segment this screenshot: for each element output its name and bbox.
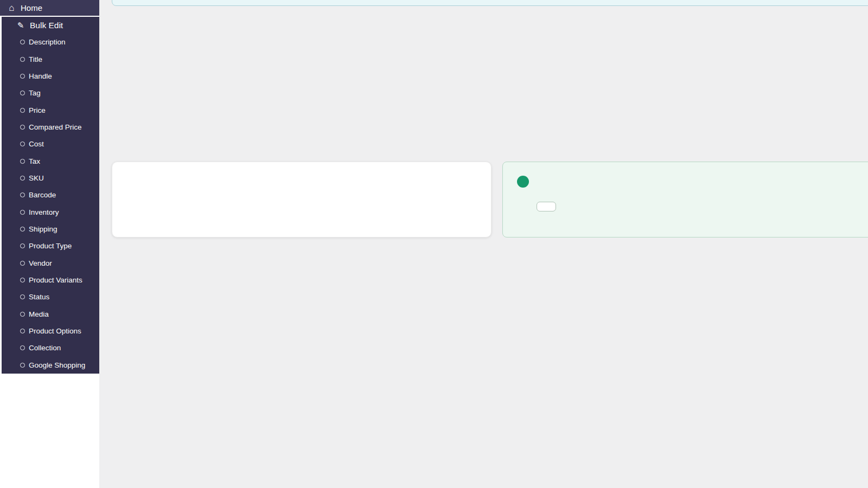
circle-icon [20,125,25,130]
sidebar-group: ✎ Bulk Edit Description Title Handle Tag… [2,17,99,374]
sidebar-item-cost[interactable]: Cost [2,136,99,152]
sidebar-item-label: Media [29,310,49,318]
circle-icon [20,159,25,164]
main-background [99,0,868,488]
sidebar-item-bulk-edit[interactable]: ✎ Bulk Edit [2,17,99,34]
sidebar-item-label: Shipping [29,225,58,233]
current-plan-card [502,162,868,237]
sidebar-item-label: Cost [29,140,44,148]
circle-icon [20,363,25,368]
circle-icon [20,108,25,113]
circle-icon [20,329,25,333]
circle-icon [20,176,25,181]
sidebar-item-barcode[interactable]: Barcode [2,187,99,203]
check-icon [517,176,529,188]
info-alert-cutoff [112,0,868,6]
circle-icon [20,40,25,44]
sidebar-item-label: Tax [29,157,40,165]
sidebar-item-handle[interactable]: Handle [2,68,99,85]
circle-icon [20,142,25,146]
sidebar-item-vendor[interactable]: Vendor [2,254,99,271]
sidebar-item-label: Google Shopping [29,361,85,369]
circle-icon [20,227,25,232]
sidebar-item-product-type[interactable]: Product Type [2,237,99,254]
circle-icon [20,57,25,62]
circle-icon [20,261,25,266]
sidebar-item-label: Product Options [29,327,81,335]
sidebar-item-label: Compared Price [29,123,82,131]
sidebar-item-label: Inventory [29,208,59,216]
sidebar-item-tag[interactable]: Tag [2,85,99,101]
task-status-card [112,162,492,237]
sidebar-item-product-options[interactable]: Product Options [2,323,99,339]
sidebar-item-label: Home [21,3,42,12]
sidebar-item-inventory[interactable]: Inventory [2,203,99,220]
sidebar-item-shipping[interactable]: Shipping [2,221,99,237]
sidebar-item-collection[interactable]: Collection [2,339,99,356]
sidebar-item-title[interactable]: Title [2,50,99,67]
sidebar-item-label: SKU [29,174,44,182]
sidebar-item-label: Vendor [29,259,52,267]
circle-icon [20,345,25,350]
sidebar: ⌂ Home ✎ Bulk Edit Description Title Han… [0,0,99,488]
sidebar-item-label: Product Variants [29,276,82,284]
sidebar-item-label: Price [29,106,46,114]
upgrade-plan-button[interactable] [537,202,556,211]
sidebar-item-status[interactable]: Status [2,288,99,305]
sidebar-item-tax[interactable]: Tax [2,152,99,169]
sidebar-item-google-shopping[interactable]: Google Shopping [2,357,99,374]
sidebar-item-label: Handle [29,72,52,80]
sidebar-item-price[interactable]: Price [2,101,99,118]
sidebar-item-label: Status [29,293,49,301]
circle-icon [20,74,25,79]
sidebar-item-media[interactable]: Media [2,306,99,323]
circle-icon [20,243,25,248]
sidebar-item-sku[interactable]: SKU [2,170,99,187]
circle-icon [20,278,25,282]
sidebar-group: ⌂ Home [0,0,99,16]
circle-icon [20,312,25,317]
circle-icon [20,192,25,197]
sidebar-item-product-variants[interactable]: Product Variants [2,272,99,288]
sidebar-item-label: Bulk Edit [30,21,63,30]
circle-icon [20,210,25,215]
sidebar-item-description[interactable]: Description [2,34,99,50]
sidebar-item-label: Tag [29,89,41,97]
circle-icon [20,91,25,95]
circle-icon [20,294,25,299]
sidebar-item-compared-price[interactable]: Compared Price [2,119,99,136]
sidebar-item-label: Collection [29,344,61,352]
sidebar-item-label: Description [29,38,66,46]
sidebar-item-label: Title [29,55,42,63]
sidebar-item-label: Barcode [29,191,56,199]
sidebar-item-label: Product Type [29,242,72,250]
pencil-square-icon: ✎ [16,21,25,30]
home-icon: ⌂ [7,3,16,14]
sidebar-item-home[interactable]: ⌂ Home [0,0,99,16]
